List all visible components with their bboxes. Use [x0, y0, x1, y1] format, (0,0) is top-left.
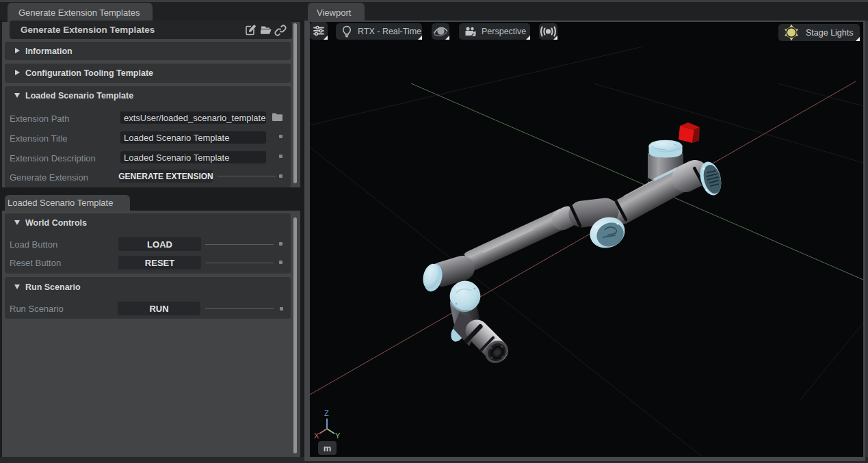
svg-text:X: X [314, 432, 319, 440]
svg-text:Z: Z [324, 409, 329, 417]
svg-text:Y: Y [335, 432, 341, 440]
